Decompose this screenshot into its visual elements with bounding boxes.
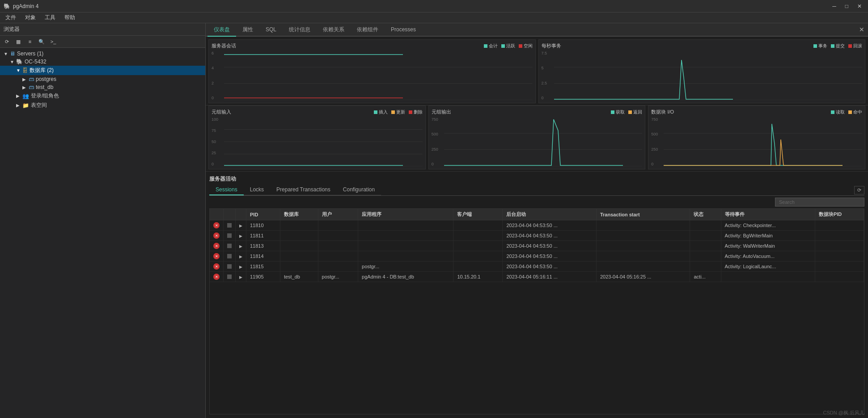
cell-cancel-5[interactable] — [224, 272, 236, 282]
tab-statistics[interactable]: 统计信息 — [283, 23, 317, 37]
terminate-button-3[interactable]: ✕ — [213, 253, 220, 259]
minimize-button[interactable]: ─ — [830, 2, 839, 10]
tab-processes[interactable]: Processes — [385, 23, 422, 37]
tree-item-oc5432[interactable]: ▼ 🐘 OC-5432 — [0, 58, 205, 66]
terminate-button-5[interactable]: ✕ — [213, 274, 220, 280]
cell-terminate-4[interactable]: ✕ — [210, 262, 224, 272]
activity-refresh-button[interactable]: ⟳ — [854, 186, 864, 194]
terminate-button-4[interactable]: ✕ — [213, 263, 220, 270]
sidebar-tool-query[interactable]: >_ — [48, 37, 58, 46]
close-button[interactable]: ✕ — [855, 2, 864, 10]
activity-tabs: Sessions Locks Prepared Transactions Con… — [209, 185, 381, 195]
cell-wait-event-4: Activity: LogicalLaunc... — [721, 262, 815, 272]
cancel-button-5[interactable] — [227, 274, 232, 279]
tps-chart-grid — [554, 51, 863, 100]
legend-total-label: 会计 — [489, 43, 498, 49]
cell-expand-1[interactable]: ▶ — [236, 231, 246, 241]
cell-expand-0[interactable]: ▶ — [236, 220, 246, 231]
cell-cancel-2[interactable] — [224, 241, 236, 251]
chevron-servers: ▼ — [4, 51, 10, 56]
cell-expand-2[interactable]: ▶ — [236, 241, 246, 251]
cell-wait-event-2: Activity: WalWriterMain — [721, 241, 815, 251]
close-panel-button[interactable]: ✕ — [857, 26, 866, 33]
tuple-in-chart-grid — [224, 117, 423, 166]
cell-user-0 — [318, 220, 358, 231]
cell-wait-event-1: Activity: BgWriterMain — [721, 231, 815, 241]
expand-button-1[interactable]: ▶ — [239, 234, 242, 238]
cell-terminate-0[interactable]: ✕ — [210, 220, 224, 231]
legend-idle-label: 空闲 — [524, 43, 533, 49]
charts-bottom-row: 元组输入 插入 更新 删除 — [206, 106, 868, 172]
cell-cancel-0[interactable] — [224, 220, 236, 231]
cell-db-4 — [280, 262, 318, 272]
sessions-chart-svg — [224, 51, 533, 100]
cell-expand-4[interactable]: ▶ — [236, 262, 246, 272]
sidebar-tool-refresh[interactable]: ⟳ — [2, 37, 12, 46]
tab-properties[interactable]: 属性 — [236, 23, 259, 37]
cell-cancel-1[interactable] — [224, 231, 236, 241]
expand-button-3[interactable]: ▶ — [239, 254, 242, 259]
menu-file[interactable]: 文件 — [2, 13, 20, 22]
menu-help[interactable]: 帮助 — [61, 13, 79, 22]
cell-terminate-2[interactable]: ✕ — [210, 241, 224, 251]
sidebar-tool-table[interactable]: ▦ — [13, 37, 23, 46]
cell-state-2 — [690, 241, 721, 251]
sidebar-title: 浏览器 — [4, 25, 20, 33]
cell-tx-start-2 — [596, 241, 690, 251]
activity-tab-locks[interactable]: Locks — [244, 185, 270, 195]
cell-expand-3[interactable]: ▶ — [236, 251, 246, 262]
cancel-button-0[interactable] — [227, 223, 232, 228]
menu-object[interactable]: 对象 — [21, 13, 39, 22]
tabs-bar: 仪表盘 属性 SQL 统计信息 依赖关系 依赖组件 Processes ✕ — [206, 23, 868, 37]
cell-cancel-3[interactable] — [224, 251, 236, 262]
cancel-button-1[interactable] — [227, 233, 232, 238]
activity-tab-sessions[interactable]: Sessions — [209, 185, 244, 195]
cell-terminate-1[interactable]: ✕ — [210, 231, 224, 241]
sidebar-tool-properties[interactable]: ≡ — [25, 37, 35, 46]
search-input[interactable] — [775, 198, 864, 207]
expand-button-4[interactable]: ▶ — [239, 265, 242, 269]
tab-sql[interactable]: SQL — [259, 23, 283, 37]
cell-expand-5[interactable]: ▶ — [236, 272, 246, 282]
tree-item-tablespace[interactable]: ▶ 📁 表空间 — [0, 101, 205, 110]
legend-fetch: 获取 — [611, 109, 625, 115]
th-action2 — [224, 209, 236, 220]
terminate-button-0[interactable]: ✕ — [213, 222, 220, 228]
cancel-button-2[interactable] — [227, 244, 232, 248]
th-backend-start: 后台启动 — [503, 209, 597, 220]
terminate-button-2[interactable]: ✕ — [213, 243, 220, 249]
menu-tools[interactable]: 工具 — [41, 13, 59, 22]
cancel-button-4[interactable] — [227, 264, 232, 269]
activity-tab-configuration[interactable]: Configuration — [337, 185, 381, 195]
block-io-chart-area: 750 500 250 0 — [651, 117, 862, 166]
sidebar: 浏览器 ⟳ ▦ ≡ 🔍 >_ ▼ 🖥 Servers (1) ▼ 🐘 OC-54… — [0, 23, 206, 418]
tab-dashboard[interactable]: 仪表盘 — [207, 23, 236, 37]
tab-dependents[interactable]: 依赖组件 — [351, 23, 385, 37]
expand-button-5[interactable]: ▶ — [239, 275, 242, 279]
cell-terminate-3[interactable]: ✕ — [210, 251, 224, 262]
legend-read-dot — [831, 110, 834, 114]
expand-button-2[interactable]: ▶ — [239, 244, 242, 249]
tree-item-postgres[interactable]: ▶ 🗃 postgres — [0, 75, 205, 83]
tree-item-databases[interactable]: ▼ 🗄 数据库 (2) — [0, 66, 205, 75]
tuple-in-legend: 插入 更新 删除 — [374, 109, 423, 115]
activity-tab-prepared-tx[interactable]: Prepared Transactions — [270, 185, 337, 195]
maximize-button[interactable]: □ — [843, 2, 851, 10]
expand-button-0[interactable]: ▶ — [239, 224, 242, 228]
cell-tx-start-0 — [596, 220, 690, 231]
tree-item-logins[interactable]: ▶ 👥 登录/组角色 — [0, 91, 205, 101]
cancel-button-3[interactable] — [227, 254, 232, 258]
sidebar-toolbar: ⟳ ▦ ≡ 🔍 >_ — [0, 36, 205, 48]
cell-block-pid-4 — [815, 262, 864, 272]
tree-item-testdb[interactable]: ▶ 🗃 test_db — [0, 83, 205, 91]
title-bar-controls[interactable]: ─ □ ✕ — [830, 2, 864, 10]
tree-item-servers[interactable]: ▼ 🖥 Servers (1) — [0, 50, 205, 58]
cell-cancel-4[interactable] — [224, 262, 236, 272]
sidebar-tool-search[interactable]: 🔍 — [37, 37, 47, 46]
tab-dependencies[interactable]: 依赖关系 — [317, 23, 351, 37]
cell-state-3 — [690, 251, 721, 262]
cell-block-pid-0 — [815, 220, 864, 231]
cell-terminate-5[interactable]: ✕ — [210, 272, 224, 282]
sessions-chart-grid — [224, 51, 533, 100]
terminate-button-1[interactable]: ✕ — [213, 232, 220, 239]
